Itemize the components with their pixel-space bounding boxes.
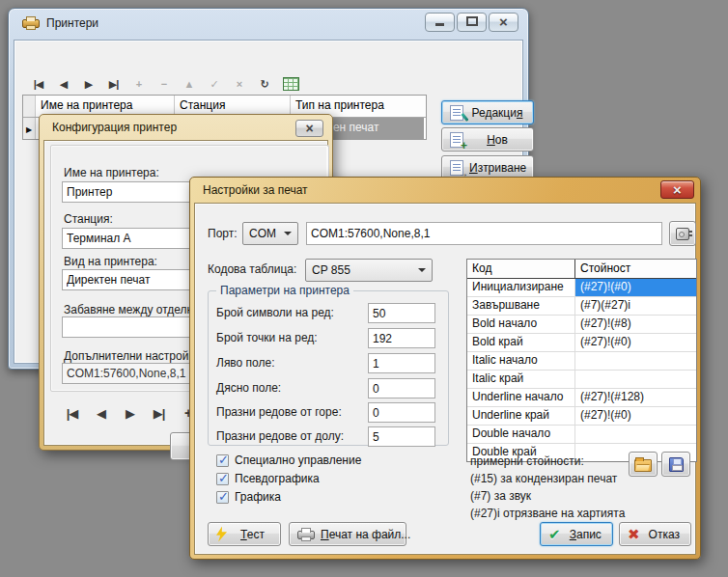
printer-parameters-group: Параметри на принтера Брой символи на ре…: [208, 290, 449, 446]
graphics-checkbox[interactable]: Графика: [216, 490, 281, 504]
station-label: Станция:: [64, 212, 113, 226]
dots-per-line-label: Брой точки на ред:: [216, 328, 318, 348]
port-type-selected: COM: [249, 227, 276, 240]
check-icon: ✔: [548, 527, 561, 541]
port-settings-button[interactable]: [669, 221, 696, 246]
extra-settings-label: Допълнителни настройк: [64, 349, 194, 363]
special-control-checkbox[interactable]: Специално управление: [216, 453, 361, 467]
selected-cell: (#27)!(#0): [575, 279, 696, 296]
blank-lines-top-field[interactable]: [368, 402, 435, 423]
db-navigator: |◀ ◀ ▶ ▶| + − ▲ ✓ × ↻: [32, 75, 299, 93]
save-codes-button[interactable]: [661, 452, 690, 477]
delete-icon: [450, 160, 463, 176]
nav-refresh-button[interactable]: ↻: [258, 78, 270, 91]
open-folder-icon: [634, 459, 652, 472]
printer-kind-label: Вид на принтера:: [64, 255, 157, 268]
config-titlebar[interactable]: Конфигурация принтер: [40, 115, 332, 140]
test-button[interactable]: Тест: [208, 522, 281, 546]
floppy-save-icon: [669, 457, 684, 472]
left-margin-field[interactable]: [368, 353, 435, 373]
dots-per-line-field[interactable]: [368, 328, 435, 348]
port-string-field[interactable]: [306, 222, 662, 245]
chevron-down-icon: [418, 268, 426, 276]
settings-titlebar[interactable]: Настройки за печат: [190, 178, 700, 203]
table-row[interactable]: Italic начало: [467, 352, 696, 371]
nav-delete-button[interactable]: −: [157, 78, 170, 90]
sample-line: (#15) за кондензиран печат: [470, 470, 625, 487]
settings-client-area: Порт: COM Кодова таблица: CP 855 Парамет…: [194, 203, 696, 555]
printer-app-icon: [22, 19, 40, 28]
table-row[interactable]: Bold край(#27)!(#0): [467, 334, 696, 352]
close-button[interactable]: [489, 13, 518, 32]
nav-cancel-button[interactable]: ×: [233, 78, 245, 90]
config-nav-first-button[interactable]: |◀: [66, 406, 78, 421]
table-row[interactable]: Bold начало(#27)!(#8): [467, 316, 696, 334]
printers-window-title: Принтери: [46, 16, 98, 30]
printer-icon: [297, 531, 315, 539]
port-label: Порт:: [208, 227, 238, 240]
control-codes-table: Код Стойност Инициализиране(#27)!(#0) За…: [466, 259, 697, 462]
edit-icon: [450, 105, 463, 121]
settings-window-title: Настройки за печат: [203, 183, 308, 197]
nav-next-button[interactable]: ▶: [82, 78, 95, 91]
nav-post-button[interactable]: ✓: [208, 78, 220, 91]
printer-parameters-title: Параметри на принтера: [216, 284, 353, 297]
table-row[interactable]: Underline край(#27)!(#0): [467, 407, 696, 426]
config-nav-next-button[interactable]: ▶: [124, 406, 136, 421]
sample-line: (#27)i отрязване на хартията: [470, 505, 625, 522]
nav-prior-button[interactable]: ◀: [57, 78, 70, 91]
codepage-dropdown[interactable]: CP 855: [305, 259, 433, 282]
lightning-icon: [216, 527, 227, 542]
printers-titlebar[interactable]: Принтери: [9, 9, 528, 40]
table-row[interactable]: Underline начало(#27)!(#128): [467, 389, 696, 407]
grid-edit-icon-button[interactable]: [283, 77, 299, 91]
nav-last-button[interactable]: ▶|: [107, 78, 120, 91]
current-row-marker: [26, 122, 32, 135]
minimize-button[interactable]: [425, 13, 455, 32]
checkbox-checked-icon: [216, 491, 229, 504]
special-control-label: Специално управление: [235, 453, 361, 467]
sample-values-block: примерни стойности: (#15) за кондензиран…: [470, 453, 625, 522]
plug-icon: [676, 228, 689, 240]
cancel-button[interactable]: ✖ Отказ: [619, 522, 691, 546]
checkbox-checked-icon: [216, 454, 229, 467]
row-delay-label: Забавяне между отделни: [64, 303, 200, 316]
edit-record-button[interactable]: Редакция: [441, 100, 534, 124]
nav-edit-button[interactable]: ▲: [182, 78, 195, 90]
sample-values-title: примерни стойности:: [470, 453, 625, 470]
table-row[interactable]: Double начало: [467, 426, 696, 444]
nav-insert-button[interactable]: +: [132, 78, 145, 90]
value-column-header: Стойност: [575, 260, 635, 278]
printer-name-label: Име на принтера:: [64, 166, 159, 179]
config-nav-last-button[interactable]: ▶|: [153, 406, 165, 421]
maximize-button[interactable]: [457, 13, 487, 32]
table-row[interactable]: Italic край: [467, 371, 696, 389]
new-record-button[interactable]: Нов: [441, 127, 534, 151]
blank-lines-top-label: Празни редове от горе:: [216, 402, 342, 423]
chars-per-line-field[interactable]: [368, 303, 435, 323]
code-column-header: Код: [467, 260, 575, 278]
config-nav-prior-button[interactable]: ◀: [95, 406, 107, 421]
config-window-title: Конфигурация принтер: [52, 121, 177, 134]
codepage-label: Кодова таблица:: [208, 262, 296, 276]
table-row[interactable]: Завършване(#7)(#27)i: [467, 297, 696, 316]
config-close-button[interactable]: [295, 120, 323, 137]
chevron-down-icon: [284, 232, 292, 239]
port-type-dropdown[interactable]: COM: [242, 222, 298, 245]
settings-close-button[interactable]: [660, 180, 694, 199]
left-margin-label: Ляво поле:: [216, 353, 275, 373]
print-to-file-button[interactable]: Печат на файл...: [289, 522, 406, 546]
right-margin-label: Дясно поле:: [216, 378, 281, 398]
red-cross-icon: ✖: [628, 527, 640, 541]
codepage-selected: CP 855: [312, 263, 350, 277]
load-codes-button[interactable]: [629, 452, 658, 477]
nav-first-button[interactable]: |◀: [32, 78, 44, 91]
print-settings-window: Настройки за печат Порт: COM Кодова табл…: [189, 177, 701, 560]
table-row[interactable]: Инициализиране(#27)!(#0): [467, 279, 696, 297]
right-margin-field[interactable]: [368, 378, 435, 398]
save-button[interactable]: ✔ Запис: [540, 522, 613, 546]
blank-lines-bottom-field[interactable]: [368, 426, 435, 447]
pseudographics-checkbox[interactable]: Псевдографика: [216, 472, 320, 485]
codes-table-header: Код Стойност: [467, 260, 696, 279]
grid-header-indicator: [23, 96, 36, 117]
